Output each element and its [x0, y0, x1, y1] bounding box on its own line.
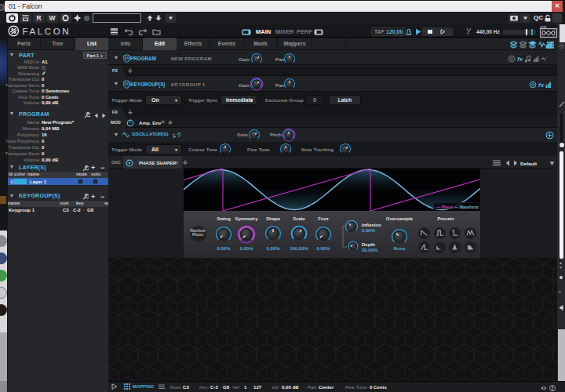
svg-text:fx: fx: [517, 56, 523, 63]
svg-text:fx: fx: [538, 82, 545, 89]
